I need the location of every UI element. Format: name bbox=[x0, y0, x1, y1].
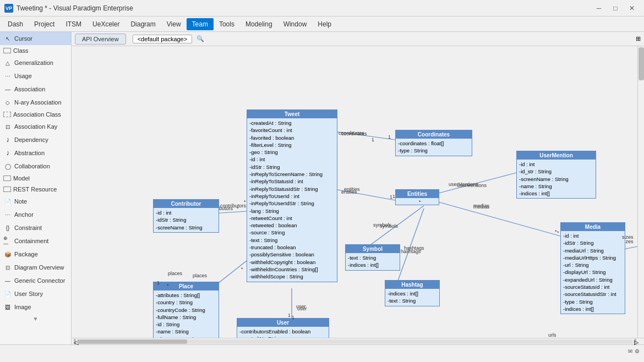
menu-help[interactable]: Help bbox=[312, 18, 337, 30]
class-coordinates[interactable]: Coordinates -coordinates : float[] -type… bbox=[395, 130, 472, 156]
generic-connector-icon: — bbox=[3, 276, 12, 285]
sidebar-item-abstraction[interactable]: ⤸ Abstraction bbox=[0, 146, 71, 160]
class-hashtag[interactable]: Hashtag -indices : int[] -text : String bbox=[385, 280, 440, 306]
label-user-1: 1 bbox=[292, 315, 294, 320]
sidebar-item-usage[interactable]: ⋯ Usage bbox=[0, 69, 71, 83]
collaboration-icon: ◯ bbox=[3, 162, 12, 171]
diagram-inner: coordinates 1 entities 1 contributors * … bbox=[72, 46, 644, 338]
sidebar-item-association[interactable]: — Association bbox=[0, 83, 71, 96]
label-entities: entities bbox=[344, 187, 360, 192]
menu-itsm[interactable]: ITSM bbox=[60, 18, 87, 30]
sidebar-item-constraint[interactable]: {} Constraint bbox=[0, 221, 71, 234]
class-user-header: User bbox=[237, 319, 329, 327]
sidebar-item-generalization[interactable]: △ Generalization bbox=[0, 56, 71, 69]
sidebar-item-class[interactable]: Class bbox=[0, 45, 71, 56]
settings-icon[interactable]: ⚙ bbox=[635, 348, 640, 354]
sidebar-item-generic-connector[interactable]: — Generic Connector bbox=[0, 274, 71, 287]
sidebar-item-package[interactable]: 📦 Package bbox=[0, 248, 71, 261]
class-contributor-header: Contributor bbox=[154, 200, 219, 208]
svg-text:1: 1 bbox=[288, 312, 291, 318]
diagram-options-icon[interactable]: ⊞ bbox=[636, 35, 641, 42]
sidebar-item-diagram-overview[interactable]: ⊡ Diagram Overview bbox=[0, 261, 71, 274]
sidebar-label-model: Model bbox=[13, 175, 30, 182]
sidebar-item-nary-association[interactable]: ◇ N-ary Association bbox=[0, 96, 71, 109]
sidebar-item-containment[interactable]: ⊕— Containment bbox=[0, 234, 71, 248]
pkg-label: <default package> bbox=[133, 36, 193, 42]
menu-diagram[interactable]: Diagram bbox=[125, 18, 161, 30]
sidebar-item-association-class[interactable]: Association Class bbox=[0, 109, 71, 120]
class-usermention-body: -id : int -id_str : String -screenName :… bbox=[517, 160, 596, 198]
menu-window[interactable]: Window bbox=[278, 18, 313, 30]
class-entities[interactable]: Entities bbox=[395, 189, 439, 205]
sidebar-item-dependency[interactable]: ⤸ Dependency bbox=[0, 133, 71, 146]
api-overview-tab[interactable]: API Overview bbox=[75, 34, 126, 45]
sidebar-item-cursor[interactable]: ↖ Cursor bbox=[0, 32, 71, 45]
usage-icon: ⋯ bbox=[3, 72, 12, 80]
main-layout: ↖ Cursor Class △ Generalization ⋯ Usage … bbox=[0, 32, 644, 344]
menubar: Dash Project ITSM UeXceler Diagram View … bbox=[0, 17, 644, 32]
package-label: <default package> bbox=[133, 35, 193, 43]
sidebar-label-generalization: Generalization bbox=[14, 59, 53, 66]
label-coords: coordinates bbox=[339, 130, 364, 136]
class-icon bbox=[3, 48, 11, 53]
maximize-button[interactable]: □ bbox=[608, 3, 623, 14]
class-tweet-header: Tweet bbox=[247, 110, 337, 118]
horizontal-scrollbar[interactable]: ◁ ▷ bbox=[72, 338, 644, 344]
close-button[interactable]: ✕ bbox=[624, 3, 640, 14]
sidebar-label-rest: REST Resource bbox=[13, 186, 57, 193]
class-place[interactable]: Place -attributes : String[] -country : … bbox=[153, 282, 219, 338]
search-icon[interactable]: 🔍 bbox=[197, 35, 204, 42]
menu-tools[interactable]: Tools bbox=[214, 18, 240, 30]
label-contributors: contributors bbox=[220, 203, 246, 209]
menu-project[interactable]: Project bbox=[29, 18, 60, 30]
menu-dash[interactable]: Dash bbox=[2, 18, 29, 30]
mail-icon[interactable]: ✉ bbox=[628, 348, 632, 354]
sidebar-item-image[interactable]: 🖼 Image bbox=[0, 300, 71, 314]
sidebar-label-package: Package bbox=[14, 251, 38, 257]
class-usermention[interactable]: UserMention -id : int -id_str : String -… bbox=[516, 151, 596, 199]
svg-line-16 bbox=[428, 199, 560, 236]
scroll-left-btn[interactable]: ◁ bbox=[74, 339, 76, 344]
label-places-star: * bbox=[167, 283, 169, 288]
menu-modeling[interactable]: Modeling bbox=[240, 18, 278, 30]
scrollbar-thumb-v[interactable] bbox=[638, 47, 644, 80]
sidebar-label-note: Note bbox=[14, 198, 27, 205]
diagram-wrapper: API Overview <default package> 🔍 ⊞ coord… bbox=[72, 32, 644, 344]
class-user-body: -contributorsEnabled : boolean -createdA… bbox=[237, 327, 329, 338]
sidebar-item-collaboration[interactable]: ◯ Collaboration bbox=[0, 160, 71, 173]
sidebar-label-abstraction: Abstraction bbox=[14, 150, 45, 156]
sidebar-item-anchor[interactable]: ⋯ Anchor bbox=[0, 208, 71, 221]
vertical-scrollbar[interactable] bbox=[637, 46, 644, 338]
svg-text:1: 1 bbox=[388, 134, 391, 140]
sidebar-item-note[interactable]: 📄 Note bbox=[0, 195, 71, 208]
minimize-button[interactable]: ─ bbox=[591, 3, 607, 14]
sidebar-label-association: Association bbox=[14, 86, 45, 92]
sidebar-scroll-down[interactable]: ▼ bbox=[0, 314, 71, 324]
menu-uexceler[interactable]: UeXceler bbox=[87, 18, 125, 30]
model-icon bbox=[3, 175, 11, 181]
scrollbar-thumb-h[interactable] bbox=[77, 339, 187, 344]
sidebar-label-class: Class bbox=[13, 47, 29, 54]
nary-icon: ◇ bbox=[3, 98, 12, 107]
image-icon: 🖼 bbox=[3, 303, 12, 311]
abstraction-icon: ⤸ bbox=[3, 149, 12, 157]
class-media-body: -id : int -idStr : String -mediaUrl : St… bbox=[561, 231, 625, 314]
package-icon: 📦 bbox=[3, 250, 12, 259]
sidebar-item-association-key[interactable]: ⊡ Association Kay bbox=[0, 120, 71, 133]
sidebar-item-user-story[interactable]: 📄 User Story bbox=[0, 287, 71, 300]
label-symbols-star: * bbox=[419, 199, 421, 205]
menu-team[interactable]: Team bbox=[187, 18, 214, 30]
sidebar-item-rest-resource[interactable]: REST Resource bbox=[0, 184, 71, 195]
sidebar-label-collaboration: Collaboration bbox=[14, 163, 50, 169]
class-contributor[interactable]: Contributor -id : int -idStr : String -s… bbox=[153, 199, 219, 233]
class-media[interactable]: Media -id : int -idStr : String -mediaUr… bbox=[560, 222, 625, 314]
class-tweet[interactable]: Tweet -createdAt : String -favoriteCount… bbox=[247, 109, 337, 282]
diagram-canvas[interactable]: coordinates 1 entities 1 contributors * … bbox=[72, 46, 644, 338]
scroll-right-btn[interactable]: ▷ bbox=[634, 339, 636, 344]
class-user[interactable]: User -contributorsEnabled : boolean -cre… bbox=[237, 318, 329, 338]
menu-view[interactable]: View bbox=[161, 18, 187, 30]
class-symbol[interactable]: Symbol -text : String -indices : int[] bbox=[345, 244, 400, 271]
label-sizes: sizes bbox=[622, 234, 634, 240]
class-tweet-body: -createdAt : String -favoriteCount : int… bbox=[247, 118, 337, 282]
sidebar-item-model[interactable]: Model bbox=[0, 173, 71, 184]
